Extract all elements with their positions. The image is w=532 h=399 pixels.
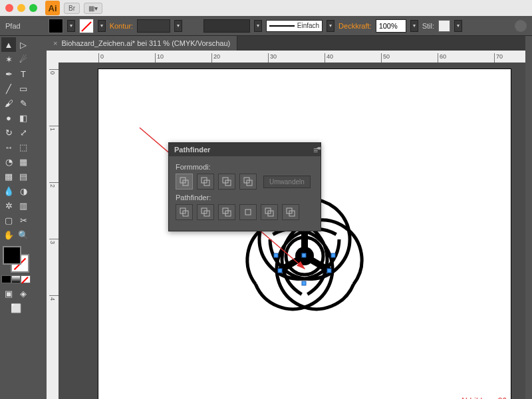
free-transform-tool[interactable]: ⬚ — [16, 140, 31, 154]
ruler-tick: 30 — [268, 53, 277, 63]
fill-color-swatch[interactable] — [3, 246, 21, 265]
document-tabs: × Biohazard_Zeichen.ai* bei 311 % (CMYK/… — [47, 36, 525, 51]
selection-tool[interactable]: ▲ — [1, 37, 16, 52]
mesh-tool[interactable]: ▩ — [1, 169, 16, 184]
stroke-swatch[interactable] — [79, 19, 94, 33]
ruler-tick: 10 — [155, 53, 164, 63]
minus-back-button[interactable] — [282, 204, 299, 220]
document-tab-title: Biohazard_Zeichen.ai* bei 311 % (CMYK/Vo… — [61, 39, 230, 47]
rectangle-tool[interactable]: ▭ — [16, 81, 31, 96]
panel-collapsed-left[interactable] — [32, 36, 47, 399]
screen-mode-button[interactable]: ▣ — [1, 286, 16, 301]
column-graph-tool[interactable]: ▥ — [16, 198, 31, 213]
pathfinder-panel[interactable]: Pathfinder ◂◂ ≡ Formmodi: Umwandeln — [168, 142, 321, 231]
umwandeln-button[interactable]: Umwandeln — [263, 176, 311, 188]
brush-picker[interactable] — [203, 19, 250, 33]
none-mode-button[interactable] — [21, 275, 31, 283]
deckkraft-label: Deckkraft: — [338, 22, 372, 30]
trim-button[interactable] — [197, 204, 214, 220]
blob-brush-tool[interactable]: ● — [1, 110, 16, 125]
layout-button[interactable]: ▦▾ — [84, 3, 102, 14]
horizontal-ruler: 0 10 20 30 40 50 60 70 — [47, 51, 525, 63]
fill-dropdown[interactable] — [67, 20, 75, 32]
slice-tool[interactable]: ✂ — [16, 213, 31, 227]
zoom-window-button[interactable] — [29, 4, 37, 12]
brush-dropdown[interactable] — [254, 20, 262, 32]
eyedropper-tool[interactable]: 💧 — [1, 184, 16, 198]
draw-mode-button[interactable]: ◈ — [16, 286, 31, 301]
shape-builder-tool[interactable]: ◔ — [1, 154, 16, 169]
minimize-window-button[interactable] — [17, 4, 25, 12]
lasso-tool[interactable]: ☄ — [16, 52, 31, 66]
blend-tool[interactable]: ◑ — [16, 184, 31, 198]
change-screen-mode[interactable]: ⬜ — [1, 301, 31, 315]
color-mode-button[interactable] — [1, 275, 11, 283]
figure-caption: Abbildung 36 — [460, 396, 507, 399]
ruler-tick: 0 — [49, 69, 59, 74]
ruler-tick: 3 — [49, 239, 59, 244]
opacity-input[interactable]: 100% — [376, 19, 406, 33]
canvas-area[interactable]: Abbildung 36 Pathfinder ◂◂ ≡ Formmodi: — [59, 63, 525, 399]
panel-collapsed-right[interactable] — [525, 36, 532, 399]
intersect-button[interactable] — [218, 174, 235, 190]
stroke-weight-input[interactable] — [137, 19, 170, 33]
svg-rect-9 — [327, 269, 331, 273]
opacity-dropdown[interactable] — [410, 20, 418, 32]
pathfinder-panel-title[interactable]: Pathfinder ◂◂ — [169, 143, 321, 156]
fill-swatch[interactable] — [49, 19, 63, 33]
close-tab-icon[interactable]: × — [53, 39, 57, 47]
style-dropdown[interactable] — [454, 20, 462, 32]
exclude-button[interactable] — [239, 174, 257, 190]
zoom-tool[interactable]: 🔍 — [16, 227, 31, 242]
outline-button[interactable] — [261, 204, 278, 220]
ruler-tick: 2 — [49, 182, 59, 188]
paintbrush-tool[interactable]: 🖌 — [1, 96, 16, 110]
bridge-button[interactable]: Br — [64, 3, 80, 14]
macos-titlebar: Ai Br ▦▾ — [0, 0, 532, 16]
type-tool[interactable]: T — [16, 66, 31, 81]
fill-stroke-swatches[interactable] — [1, 245, 31, 274]
stroke-dropdown[interactable] — [98, 20, 106, 32]
magic-wand-tool[interactable]: ✶ — [1, 52, 16, 66]
style-swatch[interactable] — [438, 20, 450, 32]
unite-button[interactable] — [176, 174, 193, 190]
pathfinder-section-label: Pathfinder: — [176, 194, 314, 201]
document-tab[interactable]: × Biohazard_Zeichen.ai* bei 311 % (CMYK/… — [47, 36, 237, 51]
stroke-style-preview[interactable]: Einfach — [266, 20, 323, 32]
divide-button[interactable] — [176, 204, 193, 220]
ruler-tick: 70 — [494, 53, 503, 63]
artboard-tool[interactable]: ▢ — [1, 213, 16, 227]
stil-label: Stil: — [422, 22, 434, 30]
svg-rect-6 — [274, 253, 278, 257]
gradient-tool[interactable]: ▤ — [16, 169, 31, 184]
width-tool[interactable]: ↔ — [1, 140, 16, 154]
stroke-style-dropdown[interactable] — [327, 20, 334, 32]
crop-button[interactable] — [239, 204, 257, 220]
ruler-tick: 1 — [49, 126, 59, 131]
ruler-tick: 50 — [381, 53, 390, 63]
artboard[interactable]: Abbildung 36 — [98, 69, 511, 399]
gradient-mode-button[interactable] — [11, 275, 21, 283]
scale-tool[interactable]: ⤢ — [16, 125, 31, 140]
panel-menu-icon[interactable]: ≡ — [313, 146, 318, 155]
minus-front-button[interactable] — [197, 174, 214, 190]
line-tool[interactable]: ╱ — [1, 81, 16, 96]
merge-button[interactable] — [218, 204, 235, 220]
ruler-tick: 60 — [438, 53, 446, 63]
ruler-tick: 4 — [49, 295, 59, 301]
svg-rect-27 — [245, 209, 251, 215]
svg-rect-7 — [331, 253, 335, 257]
perspective-grid-tool[interactable]: ▦ — [16, 154, 31, 169]
rotate-tool[interactable]: ↻ — [1, 125, 16, 140]
eraser-tool[interactable]: ◧ — [16, 110, 31, 125]
direct-selection-tool[interactable]: ▷ — [16, 37, 31, 52]
close-window-button[interactable] — [5, 4, 13, 12]
doc-setup-button[interactable] — [515, 20, 527, 32]
stroke-weight-dropdown[interactable] — [174, 20, 182, 32]
selection-type-label: Pfad — [5, 22, 21, 30]
hand-tool[interactable]: ✋ — [1, 227, 16, 242]
symbol-sprayer-tool[interactable]: ✲ — [1, 198, 16, 213]
pencil-tool[interactable]: ✎ — [16, 96, 31, 110]
svg-rect-10 — [278, 269, 282, 273]
pen-tool[interactable]: ✒ — [1, 66, 16, 81]
